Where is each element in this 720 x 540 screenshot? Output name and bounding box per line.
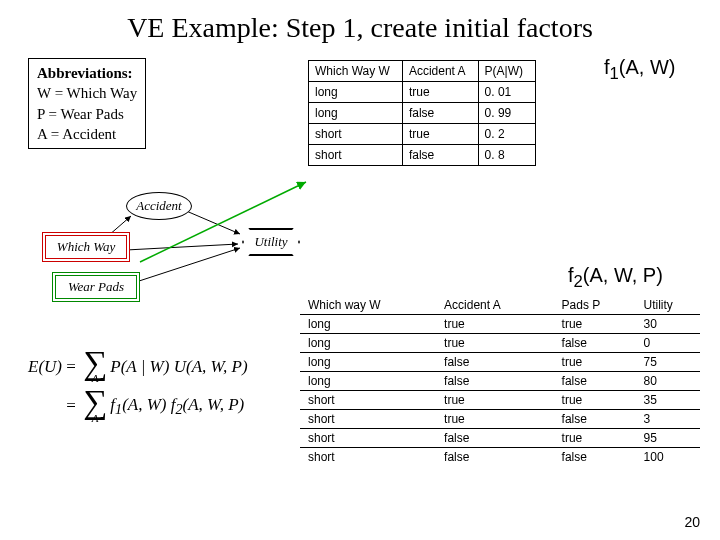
abbrev-line: W = Which Way: [37, 83, 137, 103]
abbreviations-box: Abbreviations: W = Which Way P = Wear Pa…: [28, 58, 146, 149]
abbrev-heading: Abbreviations:: [37, 63, 137, 83]
abbrev-line: P = Wear Pads: [37, 104, 137, 124]
slide-title: VE Example: Step 1, create initial facto…: [0, 0, 720, 52]
svg-line-0: [140, 182, 306, 262]
abbrev-line: A = Accident: [37, 124, 137, 144]
